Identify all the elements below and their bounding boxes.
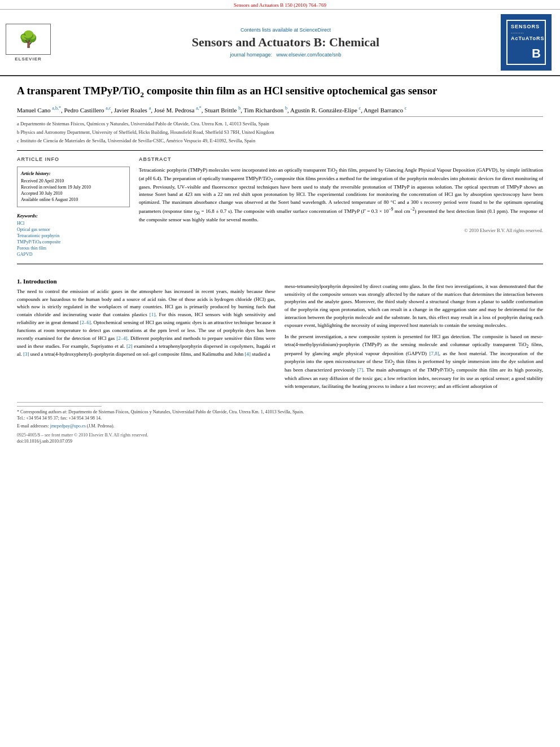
history-title: Article history: <box>21 171 126 176</box>
received-date: Received 20 April 2010 <box>21 178 126 184</box>
elsevier-tree-icon: 🌳 <box>19 30 38 49</box>
abstract-column: ABSTRACT Tetracationic porphyrin (TMPyP)… <box>139 156 543 258</box>
article-info-column: ARTICLE INFO Article history: Received 2… <box>17 156 130 258</box>
affiliation-a: a Departmento de Sistemas Físicos, Quími… <box>17 120 543 128</box>
keywords-title: Keywords: <box>17 213 130 219</box>
sensors-actuators-logo: SENSORS ········ AcTuAToRS B <box>501 14 552 71</box>
ref-3[interactable]: [3] <box>23 351 29 357</box>
intro-paragraph-3: In the present investigation, a new comp… <box>285 333 543 391</box>
ref-7[interactable]: [7] <box>357 367 364 373</box>
affiliations: a Departmento de Sistemas Físicos, Quími… <box>17 116 543 144</box>
body-right-column: meso-tetramesitylporphyrin deposited by … <box>285 272 543 395</box>
journal-title: Sensors and Actuators B: Chemical <box>192 35 379 50</box>
affiliation-b: b Physics and Astronomy Department, Univ… <box>17 129 543 136</box>
keyword-composite: TMPyP/TiO₂ composite <box>17 239 130 244</box>
citation-text: Sensors and Actuators B 150 (2010) 764–7… <box>234 2 326 8</box>
email-address[interactable]: jmepedpay@upo.es <box>50 423 86 429</box>
intro-paragraph-2: meso-tetramesitylporphyrin deposited by … <box>285 283 543 330</box>
sensors-dots: ········ <box>511 31 524 35</box>
journal-header: 🌳 ELSEVIER Contents lists available at S… <box>0 10 560 76</box>
journal-homepage: journal homepage: www.elsevier.com/locat… <box>230 52 341 58</box>
intro-paragraph-1: The need to control the emission of acid… <box>17 288 275 359</box>
abstract-text: Tetracationic porphyrin (TMPyP) molecule… <box>139 167 543 224</box>
email-label: E-mail addresses: <box>17 423 50 429</box>
introduction-heading: 1. Introduction <box>17 278 275 285</box>
footer-bottom: 0925-4005/$ – see front matter © 2010 El… <box>17 433 543 438</box>
ref-2-4[interactable]: [2–4] <box>116 335 128 341</box>
article-info-label: ARTICLE INFO <box>17 156 130 162</box>
ref-2-6[interactable]: [2–6] <box>80 320 91 325</box>
accepted-date: Accepted 30 July 2010 <box>21 191 126 196</box>
ref-1[interactable]: [1] <box>150 312 156 317</box>
footnote-corresponding: * Corresponding authors at: Departmento … <box>17 409 543 421</box>
keyword-optical: Optical gas sensor <box>17 227 130 232</box>
sciencedirect-text[interactable]: Contents lists available at ScienceDirec… <box>240 27 331 33</box>
keyword-film: Porous thin film <box>17 246 130 251</box>
page-footer: * Corresponding authors at: Departmento … <box>17 402 543 444</box>
keyword-porphyrin: Tetracationic porphyrin <box>17 233 130 238</box>
authors-line: Manuel Cano a,b,*, Pedro Castillero a,c,… <box>17 106 543 113</box>
keyword-hcl: HCl <box>17 221 130 226</box>
copyright-text: © 2010 Elsevier B.V. All rights reserved… <box>139 228 543 233</box>
actuators-text: AcTuAToRS <box>511 36 545 42</box>
homepage-url[interactable]: www.elsevier.com/locate/snb <box>277 52 342 58</box>
logo-inner-box: SENSORS ········ AcTuAToRS B <box>506 20 546 65</box>
elsevier-branding: 🌳 ELSEVIER <box>6 14 73 71</box>
body-left-column: 1. Introduction The need to control the … <box>17 272 275 395</box>
ref-7-8[interactable]: [7,8] <box>429 351 439 356</box>
footnote-divider <box>17 406 102 407</box>
elsevier-logo: 🌳 ELSEVIER <box>6 24 51 62</box>
ref-2[interactable]: [2] <box>126 343 133 349</box>
revised-date: Received in revised form 19 July 2010 <box>21 185 126 190</box>
online-date: Available online 6 August 2010 <box>21 197 126 202</box>
b-letter: B <box>532 46 541 61</box>
citation-bar: Sensors and Actuators B 150 (2010) 764–7… <box>0 0 560 10</box>
homepage-label: journal homepage: <box>230 52 272 58</box>
keywords-section: Keywords: HCl Optical gas sensor Tetraca… <box>17 213 130 257</box>
main-content: A transparent TMPyP/TiO2 composite thin … <box>0 76 560 452</box>
abstract-label: ABSTRACT <box>139 156 543 162</box>
elsevier-label: ELSEVIER <box>15 56 42 62</box>
doi-text[interactable]: doi:10.1016/j.snb.2010.07.059 <box>17 439 543 444</box>
body-content: 1. Introduction The need to control the … <box>17 272 543 395</box>
article-info-abstract: ARTICLE INFO Article history: Received 2… <box>17 150 543 264</box>
elsevier-logo-box: 🌳 <box>6 24 51 55</box>
affiliation-c: c Instituto de Ciencia de Materiales de … <box>17 137 543 145</box>
article-history-box: Article history: Received 20 April 2010 … <box>17 167 130 207</box>
ref-4[interactable]: [4] <box>244 351 251 357</box>
footnote-email: E-mail addresses: jmepedpay@upo.es (J.M.… <box>17 423 543 429</box>
issn-text: 0925-4005/$ – see front matter © 2010 El… <box>17 433 148 438</box>
article-title: A transparent TMPyP/TiO2 composite thin … <box>17 84 543 100</box>
journal-title-section: Contents lists available at ScienceDirec… <box>79 14 492 71</box>
keyword-gapvd: GAPVD <box>17 252 130 257</box>
sensors-logo-area: SENSORS ········ AcTuAToRS B <box>498 14 554 71</box>
sensors-text: SENSORS <box>511 24 540 30</box>
